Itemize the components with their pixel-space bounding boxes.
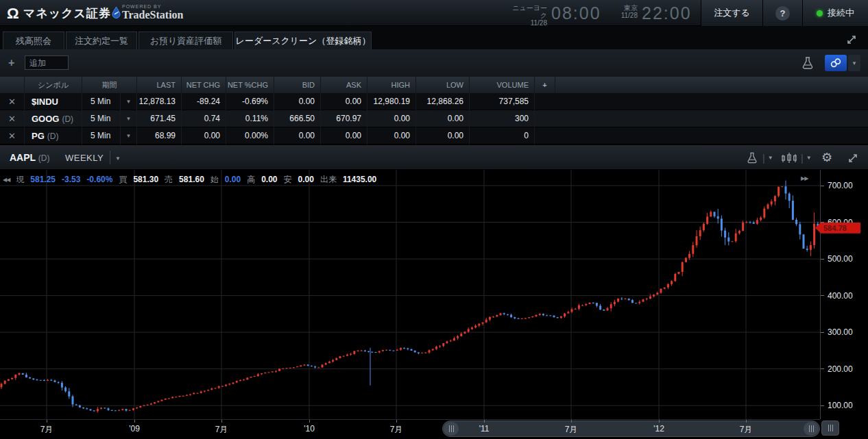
value-cell: 0.00	[367, 110, 416, 127]
add-column-button[interactable]: +	[535, 77, 555, 93]
header-high[interactable]: HIGH	[367, 77, 416, 93]
header-net-chg[interactable]: NET CHG	[182, 77, 226, 93]
workspace-tab-bar: 残高照会注文約定一覧お預り資産評価額レーダースクリーン（登録銘柄）	[0, 26, 868, 49]
interval-dropdown[interactable]: ▼	[121, 93, 137, 110]
value-cell: 0.00	[321, 127, 367, 145]
value-cell: 0.74	[182, 110, 226, 127]
scrollbar-right-grip[interactable]	[804, 422, 819, 436]
value-cell: 300	[470, 110, 535, 127]
value-cell: 0.00	[416, 127, 470, 145]
interval-cell[interactable]: 5 Min	[82, 127, 121, 145]
expand-icon	[847, 153, 858, 164]
value-cell: -0.69%	[226, 93, 274, 110]
watchlist-toolbar: + ▼	[0, 49, 868, 77]
header-bid[interactable]: BID	[274, 77, 321, 93]
watchlist-rows: ✕$INDU5 Min▼12,878.13-89.24-0.69%0.000.0…	[0, 93, 868, 145]
header-net-chg[interactable]: NET %CHG	[226, 77, 274, 93]
time-tick-label: 7月	[565, 424, 578, 436]
flask-icon	[746, 151, 758, 164]
symbol-cell[interactable]: $INDU	[25, 93, 82, 110]
interval-dropdown[interactable]: ▼	[121, 110, 137, 127]
header-volume-today[interactable]: VOLUME TODAY	[470, 77, 535, 93]
symbol-cell[interactable]: PG(D)	[25, 127, 82, 145]
chart-interval-label[interactable]: WEEKLY	[65, 153, 104, 163]
header-ask[interactable]: ASK	[321, 77, 367, 93]
header-low[interactable]: LOW	[416, 77, 470, 93]
tradestation-logo-icon	[112, 5, 121, 19]
clock-tokyo-time: 22:00	[642, 2, 692, 25]
price-tickmark	[821, 295, 824, 296]
order-button[interactable]: 注文する	[701, 0, 762, 26]
add-symbol-icon[interactable]: +	[8, 57, 14, 69]
expand-icon[interactable]	[846, 34, 857, 45]
scroll-back-icon[interactable]: ◀◀	[3, 177, 10, 183]
watchlist-row-GOOG[interactable]: ✕GOOG(D)5 Min▼671.450.740.11%666.50670.9…	[0, 110, 868, 127]
value-cell: 0.00	[416, 110, 470, 127]
header-symbol[interactable]: シンボル	[25, 77, 82, 93]
interval-dropdown[interactable]: ▼	[121, 127, 137, 145]
remove-symbol-button[interactable]: ✕	[8, 114, 16, 124]
gear-icon: ⚙	[821, 151, 832, 164]
chart-style-tool[interactable]: |▼	[782, 151, 812, 164]
value-cell: 666.50	[274, 110, 321, 127]
price-tickmark	[821, 332, 824, 333]
scrollbar-left-grip[interactable]	[444, 422, 459, 436]
time-axis[interactable]: 7月'097月'107月'117月'127月	[0, 419, 820, 439]
value-cell: 670.97	[321, 110, 367, 127]
value-cell: 0.00	[182, 127, 226, 145]
symbol-cell[interactable]: GOOG(D)	[25, 110, 82, 127]
time-tick-label: '12	[653, 424, 664, 434]
header-close-col[interactable]	[0, 77, 25, 93]
watchlist-row-INDU[interactable]: ✕$INDU5 Min▼12,878.13-89.24-0.69%0.000.0…	[0, 93, 868, 110]
tab-0[interactable]: 残高照会	[3, 32, 64, 49]
corner-grip[interactable]	[821, 421, 839, 436]
chart-expand-tool[interactable]	[847, 153, 858, 164]
link-dropdown-arrow[interactable]: ▼	[848, 55, 860, 71]
header-last[interactable]: LAST	[137, 77, 182, 93]
remove-symbol-button[interactable]: ✕	[8, 97, 16, 107]
price-axis[interactable]: 584.78 100.00200.00300.00400.00500.00600…	[820, 170, 868, 419]
price-tickmark	[821, 368, 824, 369]
row-close-cell: ✕	[0, 110, 25, 127]
clock-newyork-time: 08:00	[551, 2, 601, 25]
chain-link-icon	[830, 58, 842, 68]
time-tickmark	[309, 420, 310, 423]
chart-interval-dropdown[interactable]: ▼	[115, 155, 121, 162]
clock-newyork-meta: ニューヨーク 11/28	[509, 4, 547, 27]
value-cell: -89.24	[182, 93, 226, 110]
trading-app-window: Ω マネックス証券 POWERED BY TradeStation ニューヨーク…	[0, 0, 868, 439]
scroll-forward-icon[interactable]: ▶▶	[801, 175, 808, 181]
value-cell: 12,878.13	[137, 93, 182, 110]
link-button[interactable]	[825, 55, 847, 71]
price-tick-label: 400.00	[828, 291, 853, 301]
price-tick-label: 500.00	[828, 254, 853, 264]
watchlist-header-row: シンボル期間LASTNET CHGNET %CHGBIDASKHIGHLOWVO…	[0, 77, 868, 93]
value-cell: 0.00	[321, 93, 367, 110]
powered-by-label: POWERED BY	[122, 4, 161, 9]
interval-cell[interactable]: 5 Min	[82, 93, 121, 110]
value-cell: 0.00	[274, 127, 321, 145]
flask-icon[interactable]	[801, 56, 815, 70]
tab-3[interactable]: レーダースクリーン（登録銘柄）	[234, 32, 372, 49]
interval-cell[interactable]: 5 Min	[82, 110, 121, 127]
value-cell: 737,585	[470, 93, 535, 110]
row-close-cell: ✕	[0, 93, 25, 110]
help-button[interactable]: ?	[762, 0, 802, 26]
price-tickmark	[821, 405, 824, 406]
value-cell: 0	[470, 127, 535, 145]
remove-symbol-button[interactable]: ✕	[8, 131, 16, 141]
chart-analysis-tool[interactable]: |▼	[746, 151, 773, 164]
help-icon[interactable]: ?	[775, 6, 790, 21]
candlestick-chart[interactable]	[0, 170, 820, 419]
chart-h-scrollbar[interactable]	[442, 421, 820, 437]
add-symbol-input[interactable]	[25, 55, 69, 70]
price-tick-label: 700.00	[828, 181, 853, 190]
tab-1[interactable]: 注文約定一覧	[66, 32, 137, 49]
chart-settings-tool[interactable]: ⚙	[821, 151, 832, 164]
time-tick-label: 7月	[40, 424, 53, 436]
watchlist-row-PG[interactable]: ✕PG(D)5 Min▼68.990.000.00%0.000.000.000.…	[0, 127, 868, 145]
tab-2[interactable]: お預り資産評価額	[138, 32, 233, 49]
header-interval[interactable]: 期間	[82, 77, 137, 93]
time-tickmark	[221, 420, 222, 423]
top-bar: Ω マネックス証券 POWERED BY TradeStation ニューヨーク…	[0, 0, 868, 26]
